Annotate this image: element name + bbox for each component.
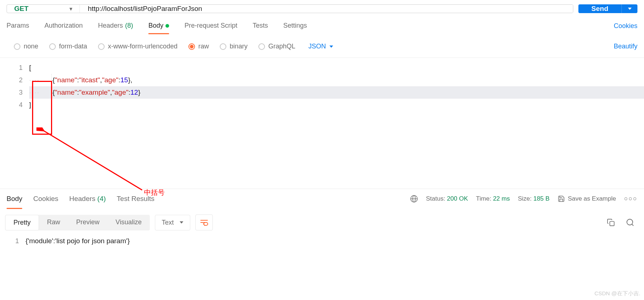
line-number: 2 — [0, 74, 23, 86]
chevron-down-icon: ▾ — [70, 6, 72, 12]
code-token: } — [138, 86, 140, 99]
resp-tab-body[interactable]: Body — [7, 189, 22, 209]
radio-graphql-label: GraphQL — [268, 43, 295, 50]
code-token: "age" — [112, 86, 128, 99]
radio-url-label: x-www-form-urlencoded — [108, 43, 177, 50]
response-meta: Status: 200 OK Time: 22 ms Size: 185 B S… — [410, 195, 637, 203]
radio-form-label: form-data — [59, 43, 87, 50]
code-token: ] — [29, 99, 31, 111]
tab-headers-label: Headers — [98, 22, 123, 29]
body-type-group: none form-data x-www-form-urlencoded raw… — [14, 43, 333, 50]
view-raw[interactable]: Raw — [39, 215, 68, 230]
code-token: [ — [29, 62, 31, 74]
code-token: "name" — [55, 86, 77, 99]
radio-icon — [98, 43, 105, 50]
body-format-selector[interactable]: JSON — [308, 43, 333, 50]
line-number: 3 — [0, 86, 23, 99]
response-body: 1 {'module':'list pojo for json param'} — [0, 234, 644, 247]
tab-body-label: Body — [148, 22, 163, 29]
cookies-link[interactable]: Cookies — [614, 19, 637, 33]
method-selector[interactable]: GET ▾ — [7, 5, 80, 13]
radio-binary[interactable]: binary — [220, 43, 247, 50]
svg-rect-5 — [610, 221, 614, 226]
line-number: 1 — [0, 235, 19, 247]
radio-icon — [220, 43, 226, 50]
tab-prerequest[interactable]: Pre-request Script — [184, 18, 237, 34]
send-button[interactable]: Send — [578, 4, 621, 13]
resp-tab-headers[interactable]: Headers (4) — [69, 189, 106, 209]
save-icon[interactable]: Save as Example — [558, 195, 616, 202]
watermark: CSDN @在下小吉. — [594, 290, 640, 297]
resp-tab-cookies[interactable]: Cookies — [33, 189, 58, 209]
radio-raw[interactable]: raw — [188, 43, 209, 50]
line-number: 4 — [0, 99, 23, 111]
indent-guide: ···· — [29, 86, 52, 99]
code-token: } — [128, 235, 130, 247]
radio-graphql[interactable]: GraphQL — [258, 43, 295, 50]
request-body-editor[interactable]: 1 2 3 4 [ ····{"name":"itcast","age":15}… — [0, 58, 644, 111]
response-tabs: Body Cookies Headers (4) Test Results — [7, 189, 155, 209]
radio-icon — [188, 43, 195, 50]
line-gutter: 1 2 3 4 — [0, 62, 29, 111]
code-area[interactable]: [ ····{"name":"itcast","age":15}, ····{"… — [29, 62, 644, 111]
save-label: Save as Example — [568, 195, 616, 202]
more-icon[interactable]: ○○○ — [624, 195, 637, 202]
radio-raw-label: raw — [198, 43, 209, 50]
tab-headers[interactable]: Headers (8) — [98, 18, 133, 34]
search-icon[interactable] — [623, 215, 637, 230]
size-value: 185 B — [533, 195, 549, 202]
svg-point-6 — [627, 219, 633, 225]
radio-urlencoded[interactable]: x-www-form-urlencoded — [98, 43, 177, 50]
code-token: }, — [128, 74, 132, 86]
method-label: GET — [14, 5, 28, 13]
beautify-button[interactable]: Beautify — [614, 39, 637, 54]
response-format-selector[interactable]: Text — [155, 215, 190, 230]
view-visualize[interactable]: Visualize — [108, 215, 150, 230]
status-label: Status: — [426, 195, 445, 202]
tab-settings[interactable]: Settings — [283, 18, 307, 34]
time-value: 22 ms — [493, 195, 510, 202]
headers-count: (8) — [125, 22, 133, 29]
copy-icon[interactable] — [604, 216, 618, 229]
wrap-lines-button[interactable] — [195, 214, 213, 230]
url-input[interactable] — [80, 5, 573, 13]
radio-icon — [14, 43, 20, 50]
status-value: 200 OK — [447, 195, 468, 202]
code-token: "name" — [55, 74, 77, 86]
tab-authorization[interactable]: Authorization — [44, 18, 83, 34]
radio-none-label: none — [24, 43, 38, 50]
indent-guide: ···· — [29, 74, 52, 86]
svg-line-7 — [632, 224, 633, 226]
dot-icon — [165, 24, 169, 28]
code-token: "example" — [79, 86, 110, 99]
request-tabs: Params Authorization Headers (8) Body Pr… — [7, 18, 307, 34]
send-group: Send — [578, 4, 637, 13]
view-preview[interactable]: Preview — [68, 215, 108, 230]
radio-binary-label: binary — [230, 43, 247, 50]
code-token: 'list pojo for json param' — [55, 235, 127, 247]
line-number: 1 — [0, 62, 23, 74]
code-token: "age" — [102, 74, 118, 86]
code-token: "itcast" — [79, 74, 100, 86]
url-group: GET ▾ — [7, 4, 573, 13]
tab-params[interactable]: Params — [7, 18, 29, 34]
code-token: 15 — [120, 74, 128, 86]
response-code[interactable]: {'module':'list pojo for json param'} — [26, 235, 644, 247]
resp-line-gutter: 1 — [0, 235, 26, 247]
code-token: 12 — [130, 86, 138, 99]
resp-headers-label: Headers — [69, 195, 95, 202]
radio-none[interactable]: none — [14, 43, 38, 50]
radio-formdata[interactable]: form-data — [49, 43, 87, 50]
send-dropdown[interactable] — [621, 4, 637, 13]
radio-icon — [258, 43, 265, 50]
response-view-group: Pretty Raw Preview Visualize — [5, 215, 150, 230]
view-pretty[interactable]: Pretty — [5, 215, 39, 230]
globe-icon[interactable] — [410, 195, 418, 203]
size-label: Size: — [518, 195, 532, 202]
time-label: Time: — [476, 195, 491, 202]
tab-body[interactable]: Body — [148, 18, 169, 34]
annotation-text: 中括号 — [144, 188, 165, 197]
radio-icon — [49, 43, 56, 50]
resp-headers-count: (4) — [97, 195, 106, 202]
tab-tests[interactable]: Tests — [253, 18, 268, 34]
